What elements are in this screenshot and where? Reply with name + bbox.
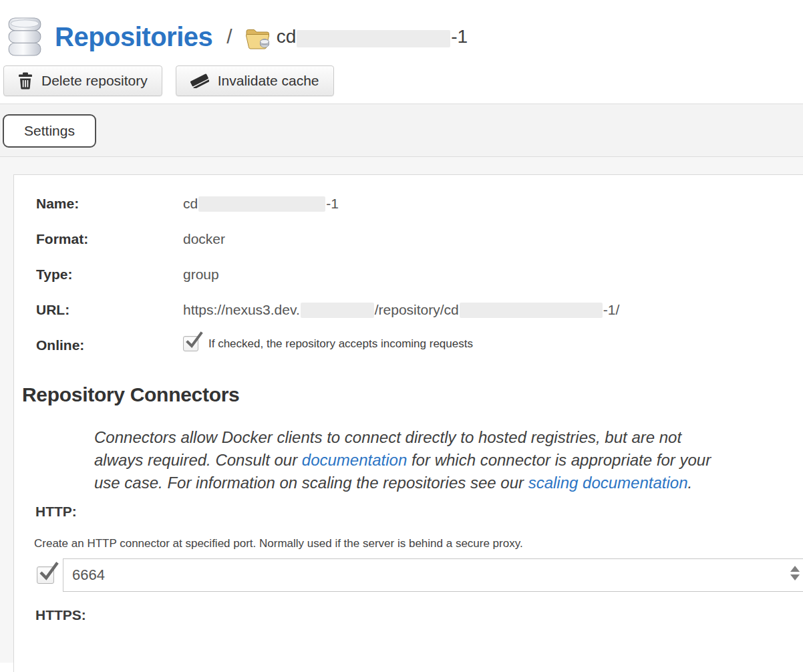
scaling-documentation-link[interactable]: scaling documentation bbox=[528, 474, 688, 492]
online-label: Online: bbox=[36, 337, 183, 353]
repository-connectors-heading: Repository Connectors bbox=[22, 383, 803, 406]
online-checkbox[interactable] bbox=[183, 336, 198, 351]
content-area: Name: cd-1 Format: docker Type: group UR… bbox=[0, 157, 803, 663]
online-help-text: If checked, the repository accepts incom… bbox=[208, 337, 473, 351]
checkmark-icon bbox=[39, 562, 58, 583]
name-label: Name: bbox=[36, 196, 183, 212]
eraser-icon bbox=[190, 73, 209, 88]
format-label: Format: bbox=[36, 231, 183, 247]
settings-panel: Name: cd-1 Format: docker Type: group UR… bbox=[13, 174, 803, 672]
http-help-text: Create an HTTP connector at specified po… bbox=[34, 537, 803, 550]
name-value-suffix: -1 bbox=[326, 196, 339, 211]
port-spinner[interactable] bbox=[790, 566, 800, 580]
repo-name-prefix: cd bbox=[277, 26, 297, 47]
type-row: Type: group bbox=[36, 267, 803, 283]
type-value: group bbox=[183, 267, 219, 283]
format-row: Format: docker bbox=[36, 231, 803, 248]
http-port-input[interactable] bbox=[63, 558, 803, 592]
trash-icon bbox=[18, 72, 33, 90]
page-title[interactable]: Repositories bbox=[55, 22, 212, 52]
checkmark-icon bbox=[185, 332, 202, 351]
http-port-row bbox=[37, 558, 803, 592]
url-part2: /repository/cd bbox=[375, 302, 459, 317]
name-value-prefix: cd bbox=[183, 196, 198, 211]
spinner-up-icon[interactable] bbox=[790, 566, 800, 572]
http-label: HTTP: bbox=[35, 504, 803, 520]
https-label: HTTPS: bbox=[35, 607, 803, 623]
spinner-down-icon[interactable] bbox=[790, 574, 800, 580]
url-part1: https://nexus3.dev. bbox=[183, 302, 300, 317]
invalidate-cache-button[interactable]: Invalidate cache bbox=[176, 65, 334, 96]
tab-settings-label: Settings bbox=[24, 123, 75, 139]
redacted-text bbox=[460, 303, 603, 318]
format-value: docker bbox=[183, 231, 225, 247]
repositories-database-icon bbox=[7, 17, 43, 56]
documentation-link[interactable]: documentation bbox=[302, 451, 407, 469]
url-row: URL: https://nexus3.dev./repository/cd-1… bbox=[36, 302, 803, 319]
redacted-text bbox=[198, 196, 325, 212]
online-row: Online: If checked, the repository accep… bbox=[36, 337, 803, 354]
invalidate-cache-label: Invalidate cache bbox=[218, 73, 319, 89]
url-part3: -1/ bbox=[603, 302, 620, 317]
redacted-text bbox=[297, 30, 450, 47]
url-value: https://nexus3.dev./repository/cd-1/ bbox=[183, 302, 619, 318]
breadcrumb-repo-name: cd-1 bbox=[277, 26, 468, 47]
intro-text-3: . bbox=[688, 474, 693, 492]
repository-folder-icon bbox=[245, 27, 271, 49]
url-label: URL: bbox=[36, 302, 183, 318]
type-label: Type: bbox=[36, 267, 183, 283]
delete-repository-label: Delete repository bbox=[41, 73, 148, 89]
page-header: Repositories / cd-1 bbox=[0, 0, 803, 64]
tab-strip: Settings bbox=[0, 104, 803, 157]
breadcrumb-separator: / bbox=[226, 25, 232, 48]
name-row: Name: cd-1 bbox=[36, 196, 803, 212]
toolbar: Delete repository Invalidate cache bbox=[0, 64, 803, 96]
repository-summary: Name: cd-1 Format: docker Type: group UR… bbox=[14, 175, 803, 354]
connectors-intro-text: Connectors allow Docker clients to conne… bbox=[94, 426, 734, 494]
tab-settings[interactable]: Settings bbox=[3, 114, 96, 148]
delete-repository-button[interactable]: Delete repository bbox=[3, 65, 162, 96]
name-value: cd-1 bbox=[183, 196, 339, 212]
repo-name-suffix: -1 bbox=[451, 26, 468, 47]
redacted-text bbox=[301, 303, 374, 318]
http-enabled-checkbox[interactable] bbox=[37, 566, 54, 584]
